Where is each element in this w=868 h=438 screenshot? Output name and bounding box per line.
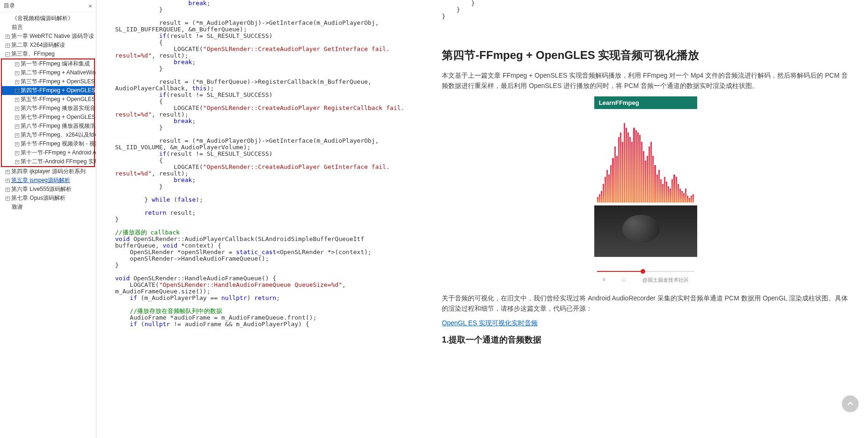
- outline-item[interactable]: +第七章 Opus源码解析: [0, 194, 96, 203]
- vis-bar: [618, 137, 620, 203]
- article-intro: 本文基于上一篇文章 FFmpeg + OpenSLES 实现音频解码播放，利用 …: [442, 70, 849, 91]
- vis-bar: [635, 130, 637, 203]
- outline-item[interactable]: 致谢: [0, 203, 96, 212]
- square-icon[interactable]: □: [622, 277, 626, 284]
- expand-toggle-icon[interactable]: +: [15, 116, 19, 120]
- vis-bar: [658, 170, 660, 203]
- vis-bar: [610, 165, 612, 203]
- expand-toggle-icon[interactable]: +: [6, 170, 10, 174]
- expand-toggle-icon[interactable]: +: [15, 71, 19, 75]
- sidebar-title: 目录: [4, 2, 15, 10]
- outline-item[interactable]: +第一节-FFmpeg 编译和集成: [2, 59, 94, 68]
- outline-item-label: 第三章、FFmpeg: [11, 51, 55, 57]
- outline-item-label: 第六章 Live555源码解析: [11, 186, 72, 192]
- vis-bar: [664, 177, 665, 203]
- outline-item[interactable]: +第八节-FFmpeg 播放器视频渲染优化: [2, 122, 94, 131]
- outline-item[interactable]: +第五节-FFmpeg + OpenGLES 实现视: [2, 95, 94, 104]
- vis-bar: [645, 161, 646, 203]
- vis-bar: [643, 151, 644, 203]
- vis-bar: [606, 170, 608, 203]
- outline-item[interactable]: +第十节-FFmpeg 视频录制 - 视频添加滤: [2, 139, 94, 148]
- expand-toggle-icon[interactable]: +: [15, 124, 19, 129]
- menu-icon[interactable]: ≡: [603, 277, 605, 284]
- outline-item[interactable]: +第四节-FFmpeg + OpenGLES 实现音: [2, 86, 94, 95]
- expand-toggle-icon[interactable]: +: [6, 44, 10, 48]
- phone-app-header: LearnFFmpeg: [594, 96, 697, 109]
- progress-bar[interactable]: [597, 271, 694, 272]
- outline-item[interactable]: 前言: [0, 23, 96, 32]
- outline-item-label: 第一节-FFmpeg 编译和集成: [21, 60, 90, 67]
- expand-toggle-icon[interactable]: +: [6, 197, 10, 201]
- outline-item[interactable]: -第三章、FFmpeg: [0, 50, 96, 58]
- expand-toggle-icon[interactable]: -: [6, 52, 10, 57]
- expand-toggle-icon[interactable]: +: [15, 151, 19, 155]
- outline-item-label: 第六节-FFmpeg 播放器实现音视频同步: [21, 105, 96, 111]
- outline-item[interactable]: +第二章 X264源码解读: [0, 41, 96, 50]
- outline-item[interactable]: +第四章 ijkplayer 源码分析系列: [0, 167, 96, 176]
- vis-bar: [652, 156, 654, 203]
- vis-bar: [627, 132, 629, 203]
- audio-visualizer: [594, 109, 697, 203]
- outline-item-label: 第一章 WebRTC Native 源码导读: [11, 33, 94, 39]
- outline-item[interactable]: +第六节-FFmpeg 播放器实现音视频同步: [2, 104, 94, 113]
- outline-item[interactable]: +第六章 Live555源码解析: [0, 185, 96, 194]
- outline-item[interactable]: +第十二节-Android FFmpeg 实现带滤镜: [2, 157, 94, 166]
- outline-item[interactable]: +第三节-FFmpeg + OpenSLES 实现音: [2, 77, 94, 86]
- vis-bar: [637, 132, 639, 203]
- vis-bar: [626, 128, 627, 203]
- outline-item[interactable]: +第一章 WebRTC Native 源码导读: [0, 32, 96, 41]
- vis-bar: [691, 196, 692, 203]
- vis-bar: [654, 165, 656, 203]
- vis-bar: [608, 175, 610, 203]
- outline-item-label: 第三节-FFmpeg + OpenSLES 实现音: [21, 78, 96, 85]
- outline-item[interactable]: +第七节-FFmpeg + OpenGLES 实现 3: [2, 113, 94, 122]
- outline-item-label: 第十一节-FFmpeg + Android AudioR: [21, 149, 96, 156]
- outline-item[interactable]: +第五章 jsmpeg源码解析: [0, 176, 96, 185]
- vis-bar: [666, 182, 667, 203]
- vis-bar: [620, 132, 621, 203]
- vis-bar: [670, 189, 671, 203]
- article-link-opengles[interactable]: OpenGL ES 实现可视化实时音频: [442, 319, 538, 327]
- vis-bar: [676, 177, 677, 203]
- article-column: } } } 第四节-FFmpeg + OpenGLES 实现音频可视化播放 本文…: [442, 0, 849, 349]
- outline-item[interactable]: +第九节-FFmpeg、x264以及fdk-aac 编: [2, 131, 94, 139]
- expand-toggle-icon[interactable]: +: [15, 98, 19, 102]
- vis-bar: [599, 194, 600, 203]
- expand-toggle-icon[interactable]: +: [15, 80, 19, 84]
- outline-item-label: 第九节-FFmpeg、x264以及fdk-aac 编: [21, 131, 96, 138]
- expand-toggle-icon[interactable]: +: [15, 62, 19, 66]
- outline-item-label: 第七章 Opus源码解析: [11, 195, 66, 201]
- outline-item-label: 第十二节-Android FFmpeg 实现带滤镜: [21, 158, 96, 165]
- expand-toggle-icon[interactable]: +: [6, 35, 10, 39]
- vis-bar: [693, 194, 694, 203]
- expand-toggle-icon[interactable]: +: [15, 89, 19, 93]
- outline-item-label: 第八节-FFmpeg 播放器视频渲染优化: [21, 123, 96, 129]
- vis-bar: [614, 146, 616, 203]
- article-body-2: 关于音频的可视化，在旧文中，我们曾经实现过将 Android AudioReco…: [442, 293, 849, 314]
- phone-mockup: LearnFFmpeg ≡ □ @掘土掘金技术社区: [594, 96, 697, 285]
- section-heading-1: 1.提取一个通道的音频数据: [442, 334, 849, 345]
- close-icon[interactable]: ×: [88, 2, 92, 10]
- code-block-left: break; } result = (*m_AudioPlayerObj)->G…: [115, 0, 404, 349]
- vis-bar: [673, 175, 675, 203]
- expand-toggle-icon[interactable]: +: [15, 160, 19, 164]
- outline-book-title[interactable]: 《音视频精编源码解析》: [0, 14, 96, 23]
- expand-toggle-icon[interactable]: +: [15, 133, 19, 138]
- outline-item[interactable]: +第二节-FFmpeg + ANativeWindow 实: [2, 68, 94, 77]
- vis-bar: [678, 184, 679, 203]
- expand-toggle-icon[interactable]: +: [15, 107, 19, 111]
- vis-bar: [601, 191, 602, 203]
- vis-bar: [647, 156, 648, 203]
- expand-toggle-icon[interactable]: +: [15, 142, 19, 146]
- outline-item-label: 前言: [12, 24, 23, 30]
- vis-bar: [668, 186, 669, 203]
- expand-toggle-icon[interactable]: +: [6, 188, 10, 192]
- vis-bar: [683, 193, 685, 203]
- outline-item-label: 第四章 ijkplayer 源码分析系列: [11, 168, 86, 175]
- expand-toggle-icon[interactable]: +: [6, 179, 10, 183]
- article-title: 第四节-FFmpeg + OpenGLES 实现音频可视化播放: [442, 48, 849, 63]
- vis-bar: [629, 137, 631, 203]
- vis-bar: [639, 135, 641, 203]
- outline-item[interactable]: +第十一节-FFmpeg + Android AudioR: [2, 148, 94, 157]
- vis-bar: [679, 189, 681, 203]
